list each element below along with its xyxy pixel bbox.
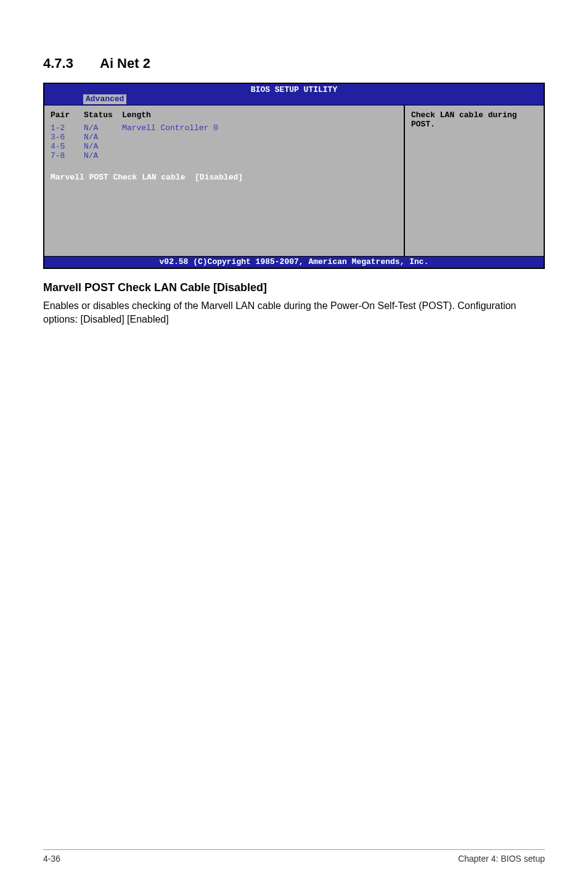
col-pair: Pair: [51, 110, 84, 120]
chapter-label: Chapter 4: BIOS setup: [458, 854, 545, 864]
subsection-text: Enables or disables checking of the Marv…: [43, 299, 545, 326]
subsection-heading: Marvell POST Check LAN Cable [Disabled]: [43, 281, 545, 294]
bios-option-row[interactable]: Marvell POST Check LAN cable [Disabled]: [51, 173, 398, 182]
bios-footer: v02.58 (C)Copyright 1985-2007, American …: [44, 257, 544, 268]
pair-value: 4-5: [51, 142, 84, 151]
status-value: N/A: [84, 133, 122, 142]
status-value: N/A: [84, 151, 122, 160]
status-value: N/A: [84, 142, 122, 151]
section-number: 4.7.3: [43, 56, 100, 72]
section-title-text: Ai Net 2: [100, 56, 150, 71]
pair-value: 3-6: [51, 133, 84, 142]
page-number: 4-36: [43, 854, 60, 864]
bios-help-panel: Check LAN cable during POST.: [405, 105, 544, 256]
pair-value: 1-2: [51, 123, 84, 133]
bios-tab-advanced[interactable]: Advanced: [83, 94, 127, 105]
bios-column-headers: PairStatusLength: [51, 110, 398, 120]
table-row: 4-5N/A: [51, 142, 398, 151]
bios-main-panel: PairStatusLength 1-2N/AMarvell Controlle…: [44, 105, 405, 256]
option-label: Marvell POST Check LAN cable: [51, 173, 185, 182]
section-heading: 4.7.3Ai Net 2: [43, 56, 545, 72]
pair-value: 7-8: [51, 151, 84, 160]
option-value: [Disabled]: [195, 173, 243, 182]
col-status: Status: [84, 110, 122, 120]
table-row: 3-6N/A: [51, 133, 398, 142]
page-body: 4.7.3Ai Net 2 BIOS SETUP UTILITY Advance…: [0, 0, 588, 887]
help-text: Check LAN cable during POST.: [411, 110, 537, 129]
table-row: 1-2N/AMarvell Controller 0: [51, 123, 398, 133]
controller-label: Marvell Controller 0: [122, 123, 218, 133]
bios-body: PairStatusLength 1-2N/AMarvell Controlle…: [44, 105, 544, 257]
bios-window: BIOS SETUP UTILITY Advanced PairStatusLe…: [43, 83, 545, 269]
bios-header: BIOS SETUP UTILITY Advanced: [44, 84, 544, 105]
col-length: Length: [122, 110, 151, 120]
status-value: N/A: [84, 123, 122, 133]
page-footer: 4-36 Chapter 4: BIOS setup: [43, 849, 545, 864]
table-row: 7-8N/A: [51, 151, 398, 160]
